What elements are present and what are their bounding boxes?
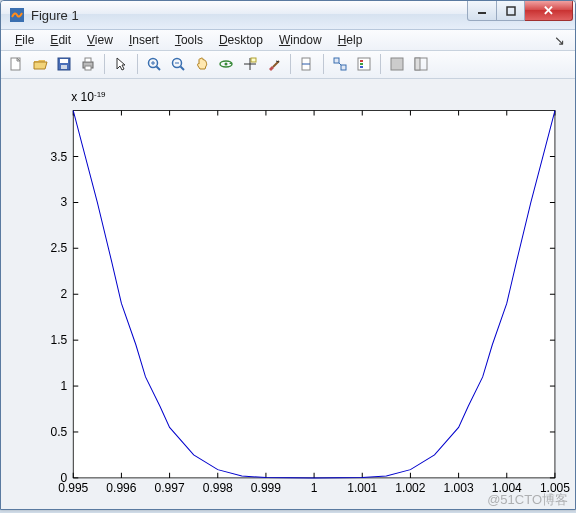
- open-file-button[interactable]: [29, 53, 51, 75]
- ytick-label: 3.5: [50, 149, 67, 163]
- xtick-label: 0.997: [155, 480, 185, 494]
- window-controls: ✕: [467, 1, 573, 21]
- data-cursor-button[interactable]: [239, 53, 261, 75]
- xtick-label: 1.001: [347, 480, 377, 494]
- pan-button[interactable]: [191, 53, 213, 75]
- svg-rect-2: [507, 7, 515, 15]
- svg-rect-33: [391, 58, 403, 70]
- colorbar-button[interactable]: [296, 53, 318, 75]
- toolbar-separator: [323, 54, 324, 74]
- pointer-button[interactable]: [110, 53, 132, 75]
- insert-legend-button[interactable]: [353, 53, 375, 75]
- svg-rect-9: [85, 66, 91, 70]
- ytick-label: 0: [61, 470, 68, 484]
- rotate3d-button[interactable]: [215, 53, 237, 75]
- svg-line-28: [339, 63, 341, 65]
- menu-insert[interactable]: Insert: [121, 31, 167, 49]
- menu-bar: FileEditViewInsertToolsDesktopWindowHelp…: [1, 30, 575, 51]
- plot-area: 0.9950.9960.9970.9980.99911.0011.0021.00…: [1, 79, 575, 509]
- chart: 0.9950.9960.9970.9980.99911.0011.0021.00…: [1, 79, 575, 509]
- new-file-button[interactable]: [5, 53, 27, 75]
- xtick-label: 1.003: [444, 480, 474, 494]
- svg-rect-5: [60, 59, 68, 63]
- svg-point-18: [225, 63, 228, 66]
- xtick-label: 0.999: [251, 480, 281, 494]
- ytick-label: 1.5: [50, 333, 67, 347]
- minimize-button[interactable]: [467, 1, 497, 21]
- toolbar-separator: [380, 54, 381, 74]
- ytick-label: 3: [61, 195, 68, 209]
- menu-window[interactable]: Window: [271, 31, 330, 49]
- svg-rect-35: [415, 58, 420, 70]
- svg-rect-26: [334, 58, 339, 63]
- maximize-button[interactable]: [497, 1, 525, 21]
- app-icon: [9, 7, 25, 23]
- toolbar-separator: [290, 54, 291, 74]
- svg-rect-27: [341, 65, 346, 70]
- menu-desktop[interactable]: Desktop: [211, 31, 271, 49]
- zoom-in-button[interactable]: [143, 53, 165, 75]
- watermark: @51CTO博客: [487, 491, 568, 509]
- axis-exponent: x 10-19: [71, 89, 106, 104]
- window-title: Figure 1: [31, 8, 467, 23]
- toolbar-separator: [104, 54, 105, 74]
- svg-line-15: [181, 67, 185, 71]
- xtick-label: 1.002: [395, 480, 425, 494]
- menu-file[interactable]: File: [7, 31, 42, 49]
- xtick-label: 0.996: [106, 480, 136, 494]
- save-button[interactable]: [53, 53, 75, 75]
- show-tools-button[interactable]: [410, 53, 432, 75]
- dock-icon[interactable]: ↘: [554, 33, 569, 48]
- figure-window: Figure 1 ✕ FileEditViewInsertToolsDeskto…: [0, 0, 576, 510]
- svg-rect-6: [61, 65, 67, 69]
- brush-button[interactable]: [263, 53, 285, 75]
- print-button[interactable]: [77, 53, 99, 75]
- svg-rect-29: [358, 58, 370, 70]
- menu-edit[interactable]: Edit: [42, 31, 79, 49]
- ytick-label: 0.5: [50, 425, 67, 439]
- hide-tools-button[interactable]: [386, 53, 408, 75]
- close-button[interactable]: ✕: [525, 1, 573, 21]
- xtick-label: 1: [311, 480, 318, 494]
- ytick-label: 1: [61, 379, 68, 393]
- svg-rect-21: [251, 58, 256, 62]
- zoom-out-button[interactable]: [167, 53, 189, 75]
- toolbar: [1, 51, 575, 78]
- title-bar[interactable]: Figure 1 ✕: [1, 1, 575, 30]
- ytick-label: 2.5: [50, 241, 67, 255]
- ytick-label: 2: [61, 287, 68, 301]
- xtick-label: 0.998: [203, 480, 233, 494]
- svg-rect-36: [73, 110, 555, 477]
- svg-rect-25: [311, 58, 313, 70]
- svg-line-11: [157, 67, 161, 71]
- toolbar-separator: [137, 54, 138, 74]
- menu-tools[interactable]: Tools: [167, 31, 211, 49]
- menu-view[interactable]: View: [79, 31, 121, 49]
- svg-rect-8: [85, 58, 91, 62]
- link-axes-button[interactable]: [329, 53, 351, 75]
- menu-help[interactable]: Help: [330, 31, 371, 49]
